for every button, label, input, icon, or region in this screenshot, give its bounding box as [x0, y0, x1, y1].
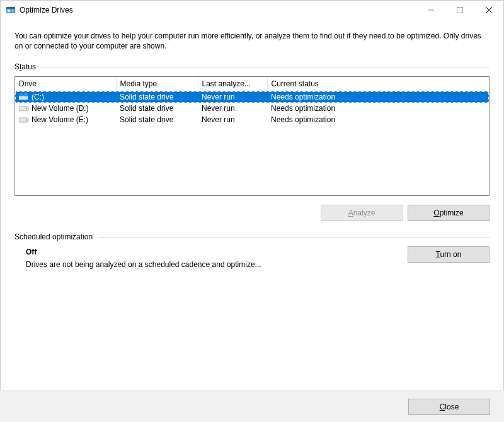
close-button[interactable]: Close — [408, 399, 490, 415]
svg-point-11 — [26, 108, 27, 110]
sched-label: Scheduled optimization — [14, 232, 93, 241]
close-rest: lose — [445, 402, 459, 411]
optimize-ul: O — [433, 208, 439, 217]
svg-rect-1 — [6, 7, 15, 9]
analyze-button[interactable]: Analyze — [321, 205, 403, 221]
drive-media: Solid state drive — [116, 114, 198, 125]
description-text: You can optimize your drives to help you… — [14, 31, 490, 51]
sched-detail: Drives are not being analyzed on a sched… — [26, 260, 400, 269]
close-window-button[interactable] — [474, 1, 503, 20]
drive-last: Never run — [198, 114, 267, 125]
dialog-footer: Close — [0, 391, 504, 422]
svg-rect-4 — [457, 8, 463, 13]
col-status[interactable]: Current status — [267, 77, 489, 91]
drive-last: Never run — [198, 91, 267, 103]
sched-state: Off — [26, 248, 400, 256]
window-title: Optimize Drives — [20, 6, 73, 14]
drive-media: Solid state drive — [116, 103, 198, 114]
col-media[interactable]: Media type — [116, 77, 198, 91]
sched-section-label: Scheduled optimization — [14, 232, 490, 241]
svg-rect-8 — [20, 93, 23, 96]
drive-icon — [19, 105, 29, 112]
turn-on-button[interactable]: Turn on — [408, 246, 490, 263]
analyze-ul: A — [348, 208, 353, 217]
status-section-label: Status — [14, 62, 490, 71]
optimize-button[interactable]: Optimize — [408, 205, 490, 221]
table-row[interactable]: New Volume (D:)Solid state driveNever ru… — [15, 103, 489, 114]
table-row[interactable]: New Volume (E:)Solid state driveNever ru… — [15, 114, 489, 125]
titlebar: Optimize Drives — [1, 1, 503, 20]
analyze-rest: nalyze — [353, 208, 375, 217]
drives-table[interactable]: Drive Media type Last analyze... Current… — [14, 76, 490, 196]
drive-last: Never run — [198, 103, 267, 114]
svg-point-2 — [8, 9, 10, 12]
minimize-button[interactable] — [416, 1, 445, 20]
drive-icon — [19, 93, 29, 101]
col-last[interactable]: Last analyze... — [198, 77, 267, 91]
drive-media: Solid state drive — [116, 91, 198, 103]
drive-name: (C:) — [32, 93, 44, 101]
table-row[interactable]: (C:)Solid state driveNever runNeeds opti… — [15, 91, 489, 103]
drive-status: Needs optimization — [267, 91, 489, 103]
table-header-row[interactable]: Drive Media type Last analyze... Current… — [15, 77, 489, 91]
drive-name: New Volume (E:) — [32, 115, 88, 124]
svg-point-13 — [26, 120, 27, 121]
drive-icon — [19, 116, 29, 123]
status-label-post: atus — [21, 62, 36, 71]
drive-status: Needs optimization — [267, 114, 489, 125]
maximize-button[interactable] — [445, 1, 474, 20]
drive-name: New Volume (D:) — [32, 104, 89, 113]
status-label-pre: S — [14, 62, 20, 71]
app-icon — [6, 5, 16, 15]
col-drive[interactable]: Drive — [15, 77, 116, 91]
svg-rect-9 — [24, 93, 28, 96]
optimize-rest: ptimize — [440, 208, 464, 217]
drive-status: Needs optimization — [267, 103, 489, 114]
turnon-rest: urn on — [440, 250, 461, 259]
